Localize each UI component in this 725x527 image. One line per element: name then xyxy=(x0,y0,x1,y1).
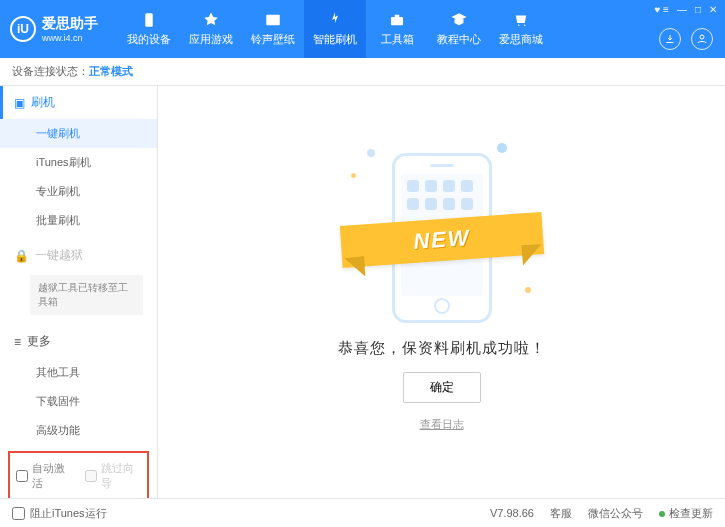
sidebar-item-other[interactable]: 其他工具 xyxy=(0,358,157,387)
new-ribbon: NEW xyxy=(339,212,543,268)
sidebar-group-more[interactable]: ≡ 更多 xyxy=(0,325,157,358)
sidebar-item-oneclick[interactable]: 一键刷机 xyxy=(0,119,157,148)
sidebar-group-label: 一键越狱 xyxy=(35,247,83,264)
svg-rect-2 xyxy=(391,17,403,25)
version-label: V7.98.66 xyxy=(490,507,534,519)
nav-label: 教程中心 xyxy=(437,32,481,47)
ribbon-text: NEW xyxy=(412,225,471,255)
logo-icon: iU xyxy=(10,16,36,42)
ok-button[interactable]: 确定 xyxy=(403,372,481,403)
jailbreak-note: 越狱工具已转移至工具箱 xyxy=(30,275,143,315)
svg-rect-0 xyxy=(145,13,153,27)
nav-my-device[interactable]: 我的设备 xyxy=(118,0,180,58)
nav-smart-flash[interactable]: 智能刷机 xyxy=(304,0,366,58)
sidebar: ▣ 刷机 一键刷机 iTunes刷机 专业刷机 批量刷机 🔒 一键越狱 越狱工具… xyxy=(0,86,158,498)
success-illustration: NEW xyxy=(347,143,537,323)
checkbox-input xyxy=(85,470,97,482)
sidebar-group-label: 更多 xyxy=(27,333,51,350)
sidebar-item-itunes[interactable]: iTunes刷机 xyxy=(0,148,157,177)
checkbox-skip-guide[interactable]: 跳过向导 xyxy=(85,461,142,491)
view-log-link[interactable]: 查看日志 xyxy=(420,417,464,432)
device-icon xyxy=(139,11,159,29)
sidebar-item-advanced[interactable]: 高级功能 xyxy=(0,416,157,445)
block-itunes-label: 阻止iTunes运行 xyxy=(30,506,107,521)
status-label: 设备连接状态： xyxy=(12,64,89,79)
checkbox-label: 自动激活 xyxy=(32,461,73,491)
minimize-button[interactable]: — xyxy=(677,4,687,15)
sidebar-item-pro[interactable]: 专业刷机 xyxy=(0,177,157,206)
window-controls: ♥ ≡ — □ ✕ xyxy=(654,4,717,15)
app-title: 爱思助手 xyxy=(42,15,98,33)
checkbox-input[interactable] xyxy=(16,470,28,482)
footer: 阻止iTunes运行 V7.98.66 客服 微信公众号 检查更新 xyxy=(0,498,725,527)
lock-icon: 🔒 xyxy=(14,249,29,263)
app-header: iU 爱思助手 www.i4.cn 我的设备 应用游戏 铃声壁纸 智能刷机 工具… xyxy=(0,0,725,58)
footer-link-support[interactable]: 客服 xyxy=(550,506,572,521)
nav-label: 智能刷机 xyxy=(313,32,357,47)
logo: iU 爱思助手 www.i4.cn xyxy=(10,15,98,43)
nav-label: 爱思商城 xyxy=(499,32,543,47)
sidebar-group-label: 刷机 xyxy=(31,94,55,111)
more-icon: ≡ xyxy=(14,335,21,349)
status-bar: 设备连接状态： 正常模式 xyxy=(0,58,725,86)
status-mode: 正常模式 xyxy=(89,64,133,79)
nav-label: 应用游戏 xyxy=(189,32,233,47)
footer-link-update[interactable]: 检查更新 xyxy=(659,506,713,521)
nav-toolbox[interactable]: 工具箱 xyxy=(366,0,428,58)
nav-label: 工具箱 xyxy=(381,32,414,47)
sidebar-group-flash[interactable]: ▣ 刷机 xyxy=(0,86,157,119)
graduation-icon xyxy=(449,11,469,29)
svg-rect-3 xyxy=(395,15,400,17)
main-content: NEW 恭喜您，保资料刷机成功啦！ 确定 查看日志 xyxy=(158,86,725,498)
sidebar-item-download-fw[interactable]: 下载固件 xyxy=(0,387,157,416)
checkbox-auto-activate[interactable]: 自动激活 xyxy=(16,461,73,491)
svg-point-4 xyxy=(700,35,704,39)
nav-store[interactable]: 爱思商城 xyxy=(490,0,552,58)
top-nav: 我的设备 应用游戏 铃声壁纸 智能刷机 工具箱 教程中心 爱思商城 xyxy=(118,0,552,58)
nav-apps-games[interactable]: 应用游戏 xyxy=(180,0,242,58)
checkbox-label: 跳过向导 xyxy=(101,461,142,491)
apps-icon xyxy=(201,11,221,29)
toolbox-icon xyxy=(387,11,407,29)
user-button[interactable] xyxy=(691,28,713,50)
nav-label: 我的设备 xyxy=(127,32,171,47)
block-itunes-checkbox[interactable] xyxy=(12,507,25,520)
nav-tutorials[interactable]: 教程中心 xyxy=(428,0,490,58)
menu-icon[interactable]: ♥ ≡ xyxy=(654,4,669,15)
download-button[interactable] xyxy=(659,28,681,50)
footer-link-wechat[interactable]: 微信公众号 xyxy=(588,506,643,521)
flash-icon xyxy=(325,11,345,29)
app-subtitle: www.i4.cn xyxy=(42,33,98,43)
close-button[interactable]: ✕ xyxy=(709,4,717,15)
cart-icon xyxy=(511,11,531,29)
svg-rect-1 xyxy=(266,15,280,26)
sidebar-item-batch[interactable]: 批量刷机 xyxy=(0,206,157,235)
success-message: 恭喜您，保资料刷机成功啦！ xyxy=(338,339,546,358)
nav-label: 铃声壁纸 xyxy=(251,32,295,47)
flash-icon: ▣ xyxy=(14,96,25,110)
sidebar-group-jailbreak: 🔒 一键越狱 xyxy=(0,239,157,272)
nav-ringtones[interactable]: 铃声壁纸 xyxy=(242,0,304,58)
highlighted-checkbox-area: 自动激活 跳过向导 xyxy=(8,451,149,498)
image-icon xyxy=(263,11,283,29)
maximize-button[interactable]: □ xyxy=(695,4,701,15)
